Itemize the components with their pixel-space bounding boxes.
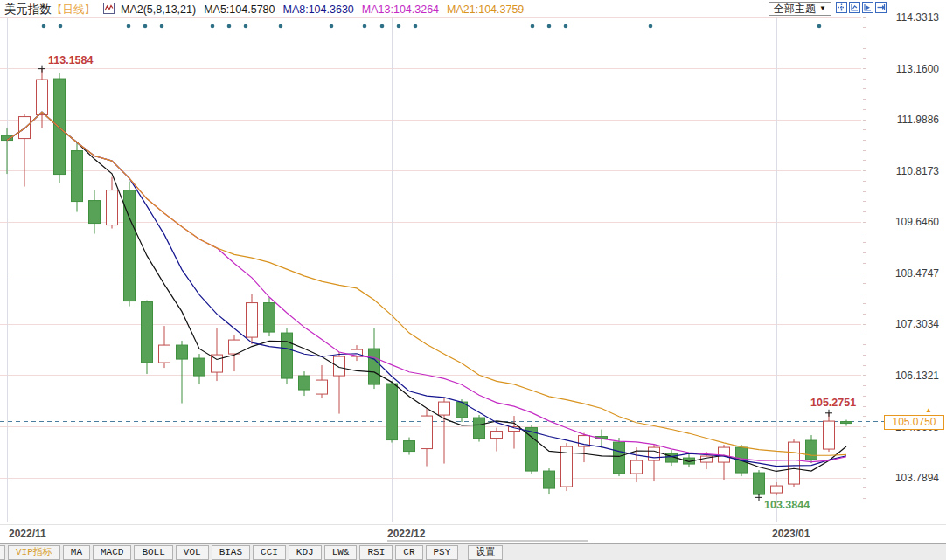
signal-dot (649, 24, 653, 29)
candle[interactable] (159, 326, 170, 368)
tab-MA[interactable]: MA (63, 545, 90, 560)
chart-window-icon[interactable] (849, 2, 860, 13)
current-price-box: 105.0750 (884, 415, 944, 430)
candle[interactable] (824, 413, 835, 452)
indicator-tabbar: VIP指标MAMACDBOLLVOLBIASCCIKDJLW&RSICRPSY设… (0, 543, 946, 560)
chart-toolbar (836, 2, 887, 13)
signal-dot (227, 24, 232, 29)
candle[interactable] (579, 433, 590, 463)
signal-dot (547, 24, 552, 29)
y-axis-label: 107.3034 (895, 318, 939, 330)
y-axis-label: 106.1321 (895, 370, 939, 382)
candle[interactable] (404, 438, 415, 455)
high-price-annotation: 113.1584 (48, 54, 93, 66)
candle[interactable] (334, 352, 345, 414)
candle[interactable] (124, 182, 136, 307)
candle[interactable] (544, 468, 555, 494)
x-axis: 2022/112022/122023/01 (0, 524, 946, 544)
candle[interactable] (177, 341, 188, 404)
tab-KDJ[interactable]: KDJ (289, 545, 322, 560)
candle[interactable] (754, 470, 765, 495)
ma8-value: MA8:104.3630 (282, 3, 353, 16)
ma21-value: MA21:104.3759 (447, 3, 524, 16)
y-axis-label: 114.3313 (896, 11, 939, 24)
extreme-markers (38, 66, 832, 501)
signal-dot (817, 24, 822, 29)
candle[interactable] (2, 128, 13, 175)
candle[interactable] (89, 190, 101, 234)
tab-RSI[interactable]: RSI (359, 545, 393, 560)
chart-app: 美元指数【日线】 MA2(5,8,13,21) MA5:104.5780 MA8… (0, 0, 946, 560)
candle[interactable] (719, 445, 730, 480)
candlestick-chart[interactable] (0, 0, 946, 524)
y-axis: 114.3313113.1600111.9886110.8173109.6460… (866, 0, 946, 524)
tab-VIP指标[interactable]: VIP指标 (8, 545, 60, 560)
signal-dot (564, 24, 568, 29)
candle[interactable] (789, 439, 800, 487)
candles-layer (2, 69, 852, 496)
tab-VOL[interactable]: VOL (176, 545, 209, 560)
candle[interactable] (439, 398, 450, 464)
signal-dots (42, 24, 822, 29)
candle[interactable] (561, 443, 573, 491)
ma-legend: MA2(5,8,13,21) MA5:104.5780 MA8:104.3630… (121, 3, 524, 16)
low-price-annotation: 103.3844 (764, 499, 810, 511)
signal-dot (279, 24, 283, 29)
tab-设置[interactable]: 设置 (468, 545, 503, 560)
candle[interactable] (386, 381, 398, 443)
ma13-value: MA13:104.3264 (362, 3, 439, 16)
theme-select-button[interactable]: 全部主题 ▼ (769, 2, 831, 16)
candle[interactable] (841, 420, 852, 426)
candle[interactable] (806, 435, 817, 463)
tab-MACD[interactable]: MACD (93, 545, 131, 560)
candle[interactable] (299, 371, 310, 396)
tab-CCI[interactable]: CCI (253, 545, 286, 560)
candle[interactable] (509, 416, 520, 449)
signal-dot (330, 24, 334, 29)
theme-select-label: 全部主题 (774, 3, 816, 15)
candle[interactable] (649, 445, 660, 481)
instrument-name: 美元指数 (4, 3, 52, 16)
candle[interactable] (771, 482, 783, 495)
tab-LW&[interactable]: LW& (324, 545, 358, 560)
candle[interactable] (264, 298, 275, 337)
signal-dot (160, 24, 164, 29)
signal-dot (244, 24, 248, 29)
instrument-title: 美元指数【日线】 (4, 2, 95, 17)
y-axis-label: 103.7894 (895, 472, 939, 484)
candle[interactable] (247, 294, 258, 345)
y-axis-label: 109.6460 (895, 216, 939, 228)
h-scrollbar-thumb[interactable] (387, 540, 588, 542)
candle[interactable] (491, 428, 503, 452)
x-axis-label: 2023/01 (772, 528, 810, 540)
candle[interactable] (282, 328, 293, 384)
x-axis-label: 2022/11 (9, 528, 46, 540)
y-axis-label: 110.8173 (896, 165, 939, 177)
crosshair-icon[interactable] (836, 2, 847, 13)
chart-play-icon[interactable] (862, 2, 873, 13)
line-chart-icon[interactable] (103, 3, 115, 17)
candle[interactable] (474, 415, 485, 442)
ma5-value: MA5:104.5780 (204, 3, 275, 16)
tab-PSY[interactable]: PSY (426, 545, 459, 560)
candle[interactable] (351, 345, 363, 361)
tab-CR[interactable]: CR (395, 545, 422, 560)
price-up-arrow-icon: ▲ (925, 407, 932, 414)
tab-BIAS[interactable]: BIAS (212, 545, 250, 560)
candle[interactable] (142, 301, 153, 375)
y-axis-label: 113.1600 (896, 63, 939, 75)
candle[interactable] (316, 365, 328, 398)
swing-high-annotation: 105.2751 (810, 397, 856, 409)
chart-export-icon[interactable] (875, 2, 887, 13)
tab-BOLL[interactable]: BOLL (134, 545, 172, 560)
tab-stub (0, 545, 5, 560)
signal-dot (363, 24, 367, 29)
signal-dot (414, 24, 418, 29)
signal-dot (211, 24, 215, 29)
candle[interactable] (194, 354, 205, 384)
period-tag[interactable]: 【日线】 (52, 3, 95, 16)
candle[interactable] (72, 142, 83, 212)
candle[interactable] (37, 69, 48, 128)
candle[interactable] (212, 328, 223, 381)
candle[interactable] (421, 409, 433, 467)
